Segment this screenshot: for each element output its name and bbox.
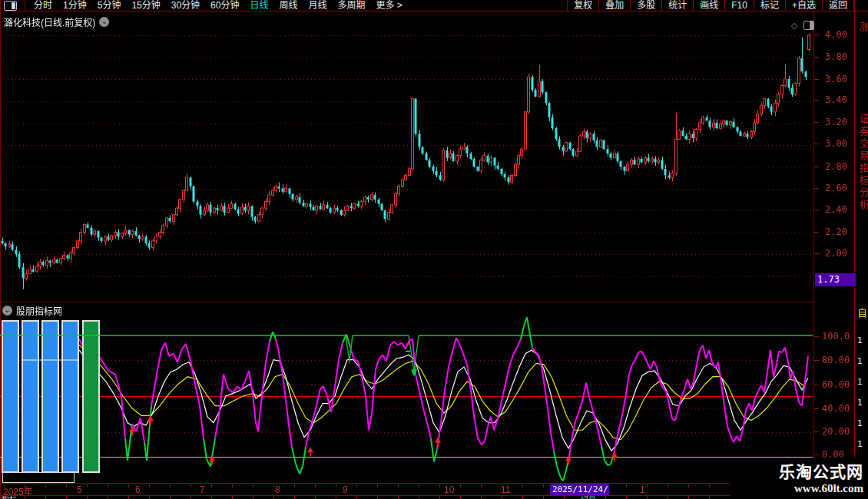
watchlist-item-3[interactable]: 1: [857, 398, 863, 408]
indicator-label-2: 60.00: [822, 379, 850, 390]
toolbar-tool-1[interactable]: 叠加: [598, 0, 630, 11]
price-label-8: 2.40: [825, 204, 847, 215]
top-toolbar: 分时1分钟5分钟15分钟30分钟60分钟日线周线月线多周期更多 > 复权叠加多股…: [0, 0, 868, 12]
toolbar-tool-7[interactable]: +自选: [785, 0, 822, 11]
indicator-label-1: 80.00: [822, 355, 850, 365]
month-label-5: 10: [444, 484, 454, 495]
clipped-bottom-row: 指标 ·. 绿显: [0, 495, 814, 499]
split-window-icon[interactable]: [803, 21, 814, 30]
toolbar-tool-3[interactable]: 统计: [661, 0, 693, 11]
price-label-4: 3.20: [825, 117, 847, 127]
tools-menu: 复权叠加多股统计画线F10标记+自选返回: [567, 0, 854, 11]
price-label-1: 3.80: [825, 51, 847, 62]
toolbar-item-1[interactable]: 1分钟: [58, 0, 92, 11]
toolbar-item-6[interactable]: 日线: [244, 0, 273, 11]
diamond-icon[interactable]: ◇: [791, 21, 797, 31]
price-label-5: 3.00: [825, 138, 847, 149]
window-panel-icon[interactable]: [4, 1, 17, 11]
indicator-chart-canvas[interactable]: [0, 316, 814, 484]
month-label-2: 7: [200, 484, 205, 495]
watchlist-tab-char[interactable]: 自: [857, 305, 867, 319]
toolbar-tool-8[interactable]: 返回: [822, 0, 854, 11]
toolbar-item-2[interactable]: 5分钟: [92, 0, 127, 11]
month-label-4: 9: [343, 484, 348, 495]
chart-corner-icons: ◇: [791, 21, 814, 31]
indicator-title: 股朋指标网: [16, 304, 62, 317]
toolbar-tool-5[interactable]: F10: [724, 0, 754, 11]
toolbar-item-3[interactable]: 15分钟: [126, 0, 165, 11]
watchlist-item-5[interactable]: 1: [857, 439, 863, 449]
stock-title: 潞化科技(日线.前复权): [4, 15, 95, 28]
month-label-1: 6: [135, 484, 141, 495]
price-label-3: 3.40: [825, 94, 847, 105]
price-label-6: 2.80: [825, 161, 847, 172]
indicator-header: ⌄ 股朋指标网: [2, 304, 62, 317]
indicator-label-3: 40.00: [822, 403, 850, 414]
toolbar-item-4[interactable]: 30分钟: [166, 0, 205, 11]
price-label-2: 3.60: [825, 74, 847, 84]
indicator-label-0: 100.0: [822, 331, 850, 342]
price-label-7: 2.60: [825, 183, 847, 193]
panel-divider: [0, 302, 814, 302]
toolbar-item-8[interactable]: 月线: [303, 0, 333, 11]
toolbar-tool-4[interactable]: 画线: [693, 0, 724, 11]
indicator-label-4: 20.00: [822, 426, 850, 437]
watchlist-item-1[interactable]: 1: [857, 356, 863, 366]
right-sidebar-clipped: 涨 证券交易指标分析 自 1111111: [854, 0, 868, 499]
price-label-0: 4.00: [825, 29, 847, 40]
toolbar-tool-6[interactable]: 标记: [754, 0, 785, 11]
crosshair-price-box: 1.73: [815, 273, 856, 286]
crosshair-date-box: 2025/11/24/—: [550, 484, 609, 495]
watchlist-item-0[interactable]: 1: [857, 335, 863, 345]
month-label-7: 1: [640, 484, 645, 495]
sidebar-vertical-text: 证券交易指标分析: [856, 114, 868, 267]
toolbar-item-0[interactable]: 分时: [28, 0, 58, 11]
sidebar-vertical-char: 涨: [856, 21, 868, 35]
toolbar-divider: [25, 0, 25, 11]
chevron-down-icon[interactable]: ⌄: [99, 17, 109, 27]
candlestick-chart-canvas[interactable]: [0, 12, 814, 302]
time-axis: 2025年 56789101112: [0, 483, 814, 496]
toolbar-item-10[interactable]: 更多 >: [371, 0, 408, 11]
period-menu: 分时1分钟5分钟15分钟30分钟60分钟日线周线月线多周期更多 >: [28, 0, 408, 11]
watchlist-item-2[interactable]: 1: [857, 377, 863, 387]
toolbar-tool-2[interactable]: 多股: [630, 0, 661, 11]
chevron-down-icon[interactable]: ⌄: [2, 306, 12, 316]
toolbar-item-7[interactable]: 周线: [273, 0, 303, 11]
chart-title-row: 潞化科技(日线.前复权) ⌄: [4, 15, 109, 28]
toolbar-item-5[interactable]: 60分钟: [205, 0, 244, 11]
price-label-9: 2.20: [825, 226, 847, 237]
watermark: 乐淘公式网 www.60lt.com: [730, 458, 868, 499]
toolbar-tool-0[interactable]: 复权: [567, 0, 598, 11]
toolbar-item-9[interactable]: 多周期: [333, 0, 371, 11]
trading-app-window: 分时1分钟5分钟15分钟30分钟60分钟日线周线月线多周期更多 > 复权叠加多股…: [0, 0, 868, 499]
watchlist-item-4[interactable]: 1: [857, 418, 863, 428]
watermark-url: www.60lt.com: [794, 481, 863, 495]
price-label-10: 2.00: [825, 248, 847, 259]
month-label-3: 8: [275, 484, 280, 495]
watermark-site-name: 乐淘公式网: [779, 463, 863, 481]
month-label-0: 5: [77, 484, 82, 495]
